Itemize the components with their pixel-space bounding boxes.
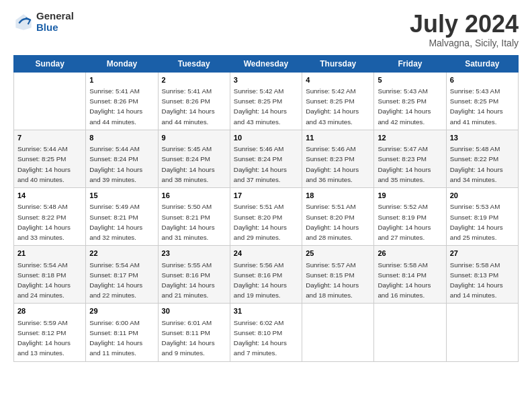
logo-general-text: General [36,11,74,22]
table-row: 22 Sunrise: 5:54 AMSunset: 8:17 PMDaylig… [86,246,158,304]
day-detail: Sunrise: 5:55 AMSunset: 8:16 PMDaylight:… [162,261,215,300]
day-detail: Sunrise: 5:41 AMSunset: 8:26 PMDaylight:… [89,87,142,126]
day-detail: Sunrise: 5:49 AMSunset: 8:21 PMDaylight:… [89,203,142,241]
table-row: 11 Sunrise: 5:46 AMSunset: 8:23 PMDaylig… [302,130,374,187]
table-row: 19 Sunrise: 5:52 AMSunset: 8:19 PMDaylig… [374,188,446,246]
day-detail: Sunrise: 5:51 AMSunset: 8:20 PMDaylight:… [234,203,287,241]
header: General Blue July 2024 Malvagna, Sicily,… [13,11,519,48]
day-number: 5 [378,75,442,85]
col-saturday: Saturday [446,55,518,72]
page: General Blue July 2024 Malvagna, Sicily,… [0,0,532,411]
table-row: 7 Sunrise: 5:44 AMSunset: 8:25 PMDayligh… [14,130,86,187]
day-number: 24 [234,248,298,259]
day-detail: Sunrise: 5:47 AMSunset: 8:23 PMDaylight:… [378,145,431,183]
day-detail: Sunrise: 5:54 AMSunset: 8:17 PMDaylight:… [89,261,142,300]
day-detail: Sunrise: 5:45 AMSunset: 8:24 PMDaylight:… [162,145,215,183]
col-thursday: Thursday [302,55,374,72]
day-number: 11 [306,133,370,143]
day-detail: Sunrise: 5:46 AMSunset: 8:23 PMDaylight:… [306,145,359,183]
table-row: 30 Sunrise: 6:01 AMSunset: 8:11 PMDaylig… [158,304,230,361]
logo-blue-text: Blue [36,22,74,34]
calendar-week-row: 21 Sunrise: 5:54 AMSunset: 8:18 PMDaylig… [14,246,519,304]
day-detail: Sunrise: 5:58 AMSunset: 8:13 PMDaylight:… [450,261,503,300]
table-row: 6 Sunrise: 5:43 AMSunset: 8:25 PMDayligh… [446,72,518,130]
day-number: 13 [450,133,515,143]
day-number: 9 [162,133,226,143]
day-number: 25 [306,248,370,259]
table-row: 2 Sunrise: 5:41 AMSunset: 8:26 PMDayligh… [158,72,230,130]
day-number: 22 [89,248,154,259]
day-detail: Sunrise: 5:46 AMSunset: 8:24 PMDaylight:… [234,145,287,183]
table-row: 26 Sunrise: 5:58 AMSunset: 8:14 PMDaylig… [374,246,446,304]
table-row: 21 Sunrise: 5:54 AMSunset: 8:18 PMDaylig… [14,246,86,304]
day-number: 27 [450,248,515,259]
day-detail: Sunrise: 5:54 AMSunset: 8:18 PMDaylight:… [17,261,71,300]
day-detail: Sunrise: 5:43 AMSunset: 8:25 PMDaylight:… [450,87,503,126]
table-row: 18 Sunrise: 5:51 AMSunset: 8:20 PMDaylig… [302,188,374,246]
calendar-week-row: 1 Sunrise: 5:41 AMSunset: 8:26 PMDayligh… [14,72,519,130]
day-detail: Sunrise: 5:43 AMSunset: 8:25 PMDaylight:… [378,87,431,126]
day-detail: Sunrise: 5:41 AMSunset: 8:26 PMDaylight:… [162,87,215,126]
table-row: 28 Sunrise: 5:59 AMSunset: 8:12 PMDaylig… [14,304,86,361]
table-row: 4 Sunrise: 5:42 AMSunset: 8:25 PMDayligh… [302,72,374,130]
day-detail: Sunrise: 5:50 AMSunset: 8:21 PMDaylight:… [162,203,215,241]
table-row: 13 Sunrise: 5:48 AMSunset: 8:22 PMDaylig… [446,130,518,187]
day-number: 15 [89,191,154,201]
day-number: 6 [450,75,515,85]
table-row: 5 Sunrise: 5:43 AMSunset: 8:25 PMDayligh… [374,72,446,130]
day-detail: Sunrise: 5:57 AMSunset: 8:15 PMDaylight:… [306,261,359,300]
table-row: 15 Sunrise: 5:49 AMSunset: 8:21 PMDaylig… [86,188,158,246]
calendar-week-row: 14 Sunrise: 5:48 AMSunset: 8:22 PMDaylig… [14,188,519,246]
main-title: July 2024 [410,11,519,38]
calendar-week-row: 28 Sunrise: 5:59 AMSunset: 8:12 PMDaylig… [14,304,519,361]
logo: General Blue [13,11,74,33]
day-number: 16 [162,191,226,201]
day-detail: Sunrise: 5:48 AMSunset: 8:22 PMDaylight:… [450,145,503,183]
table-row [14,72,86,130]
calendar-table: Sunday Monday Tuesday Wednesday Thursday… [13,55,519,362]
day-number: 17 [234,191,298,201]
day-number: 10 [234,133,298,143]
logo-text: General Blue [36,11,74,33]
day-number: 26 [378,248,442,259]
day-number: 7 [17,133,82,143]
day-number: 20 [450,191,515,201]
day-detail: Sunrise: 5:58 AMSunset: 8:14 PMDaylight:… [378,261,431,300]
day-number: 28 [17,306,82,316]
table-row [374,304,446,361]
table-row: 9 Sunrise: 5:45 AMSunset: 8:24 PMDayligh… [158,130,230,187]
table-row: 10 Sunrise: 5:46 AMSunset: 8:24 PMDaylig… [230,130,302,187]
day-detail: Sunrise: 6:00 AMSunset: 8:11 PMDaylight:… [89,319,142,357]
col-tuesday: Tuesday [158,55,230,72]
day-detail: Sunrise: 5:44 AMSunset: 8:24 PMDaylight:… [89,145,142,183]
day-number: 23 [162,248,226,259]
day-number: 3 [234,75,298,85]
table-row: 14 Sunrise: 5:48 AMSunset: 8:22 PMDaylig… [14,188,86,246]
col-wednesday: Wednesday [230,55,302,72]
table-row: 8 Sunrise: 5:44 AMSunset: 8:24 PMDayligh… [86,130,158,187]
day-number: 4 [306,75,370,85]
day-number: 19 [378,191,442,201]
day-number: 14 [17,191,82,201]
day-detail: Sunrise: 5:44 AMSunset: 8:25 PMDaylight:… [17,145,71,183]
table-row: 17 Sunrise: 5:51 AMSunset: 8:20 PMDaylig… [230,188,302,246]
logo-icon [13,12,34,32]
table-row [446,304,518,361]
day-detail: Sunrise: 5:52 AMSunset: 8:19 PMDaylight:… [378,203,431,241]
table-row: 24 Sunrise: 5:56 AMSunset: 8:16 PMDaylig… [230,246,302,304]
day-number: 1 [89,75,154,85]
day-detail: Sunrise: 5:51 AMSunset: 8:20 PMDaylight:… [306,203,359,241]
table-row: 12 Sunrise: 5:47 AMSunset: 8:23 PMDaylig… [374,130,446,187]
day-detail: Sunrise: 5:42 AMSunset: 8:25 PMDaylight:… [306,87,359,126]
calendar-header-row: Sunday Monday Tuesday Wednesday Thursday… [14,55,519,72]
calendar-week-row: 7 Sunrise: 5:44 AMSunset: 8:25 PMDayligh… [14,130,519,187]
title-block: July 2024 Malvagna, Sicily, Italy [410,11,519,48]
day-number: 12 [378,133,442,143]
table-row: 31 Sunrise: 6:02 AMSunset: 8:10 PMDaylig… [230,304,302,361]
day-detail: Sunrise: 6:01 AMSunset: 8:11 PMDaylight:… [162,319,215,357]
table-row: 27 Sunrise: 5:58 AMSunset: 8:13 PMDaylig… [446,246,518,304]
table-row: 16 Sunrise: 5:50 AMSunset: 8:21 PMDaylig… [158,188,230,246]
day-detail: Sunrise: 5:48 AMSunset: 8:22 PMDaylight:… [17,203,71,241]
col-sunday: Sunday [14,55,86,72]
day-number: 2 [162,75,226,85]
